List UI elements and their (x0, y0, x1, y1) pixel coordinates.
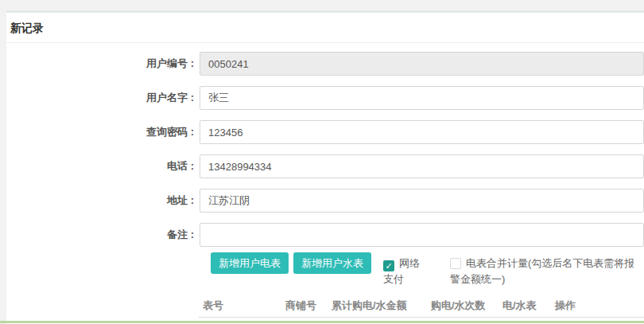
meter-table-header: 表号 商铺号 累计购电/水金额 购电/水次数 电/水表 操作 (199, 294, 644, 318)
action-row: 新增用户电表 新增用户水表 ✓网络支付 电表合并计量(勾选后名下电表需将报警金额… (6, 252, 644, 274)
address-label: 地址 : (6, 193, 194, 208)
merge-metering-checkbox[interactable] (450, 258, 461, 269)
add-water-meter-button[interactable]: 新增用户水表 (293, 252, 371, 274)
bottom-divider (0, 321, 644, 323)
add-electric-meter-button[interactable]: 新增用户电表 (211, 252, 289, 274)
query-password-input[interactable] (200, 120, 644, 144)
remarks-label: 备注 : (6, 228, 194, 242)
phone-label: 电话 : (6, 159, 194, 174)
panel-header: 新记录 (6, 13, 644, 43)
form-row-query-password: 查询密码 : (6, 120, 644, 144)
network-payment-checkbox[interactable]: ✓ (383, 260, 394, 271)
merge-metering-checkbox-group[interactable]: 电表合并计量(勾选后名下电表需将报警金额统一) (450, 256, 636, 287)
merge-metering-label: 电表合并计量(勾选后名下电表需将报警金额统一) (450, 257, 634, 285)
user-id-label: 用户编号 : (6, 57, 194, 71)
form-row-phone: 电话 : (6, 154, 644, 178)
network-payment-checkbox-group[interactable]: ✓网络支付 (383, 256, 428, 287)
form-row-address: 地址 : (6, 189, 644, 213)
form-row-user-id: 用户编号 : (6, 52, 644, 76)
column-header-shop-number: 商铺号 (285, 299, 332, 313)
remarks-input[interactable] (200, 223, 644, 247)
column-header-purchase-count: 购电/水次数 (431, 299, 502, 313)
phone-input[interactable] (200, 154, 644, 178)
new-record-panel: 新记录 用户编号 : 用户名字 : 查询密码 : 电话 : 地址 : 备注 : (6, 10, 644, 324)
form-row-user-name: 用户名字 : (6, 86, 644, 110)
column-header-actions: 操作 (555, 299, 644, 313)
address-input[interactable] (200, 189, 644, 213)
form-row-remarks: 备注 : (6, 223, 644, 247)
user-name-input[interactable] (200, 86, 644, 110)
user-id-input (200, 52, 644, 76)
check-icon: ✓ (385, 261, 392, 271)
column-header-total-purchase-amount: 累计购电/水金额 (332, 299, 431, 313)
column-header-meter-type: 电/水表 (502, 299, 555, 313)
panel-title: 新记录 (10, 21, 44, 34)
column-header-meter-number: 表号 (203, 299, 285, 313)
query-password-label: 查询密码 : (6, 125, 194, 139)
user-form: 用户编号 : 用户名字 : 查询密码 : 电话 : 地址 : 备注 : 新增用户… (6, 43, 644, 318)
user-name-label: 用户名字 : (6, 91, 194, 105)
